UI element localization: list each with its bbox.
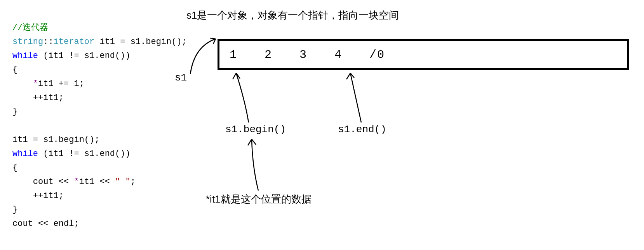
- code-comment: //迭代器: [12, 23, 48, 33]
- code-block: //迭代器 string::iterator it1 = s1.begin();…: [12, 7, 187, 231]
- code-type-string: string: [12, 37, 43, 47]
- code-kw-while-2: while: [12, 149, 38, 159]
- mem-cell-3: 4: [334, 41, 362, 69]
- s1-object-label: s1: [175, 72, 187, 84]
- end-label: s1.end(): [338, 124, 386, 135]
- mem-cell-2: 3: [299, 41, 327, 69]
- memory-box: 1 2 3 4 /0: [218, 39, 629, 70]
- begin-label: s1.begin(): [225, 124, 286, 135]
- mem-cell-0: 1: [230, 41, 257, 69]
- mem-cell-4: /0: [369, 41, 397, 69]
- code-kw-while-1: while: [12, 51, 38, 61]
- mem-cell-1: 2: [265, 41, 292, 69]
- diagram-title: s1是一个对象，对象有一个指针，指向一块空间: [186, 9, 399, 22]
- deref-label: *it1就是这个位置的数据: [206, 192, 312, 206]
